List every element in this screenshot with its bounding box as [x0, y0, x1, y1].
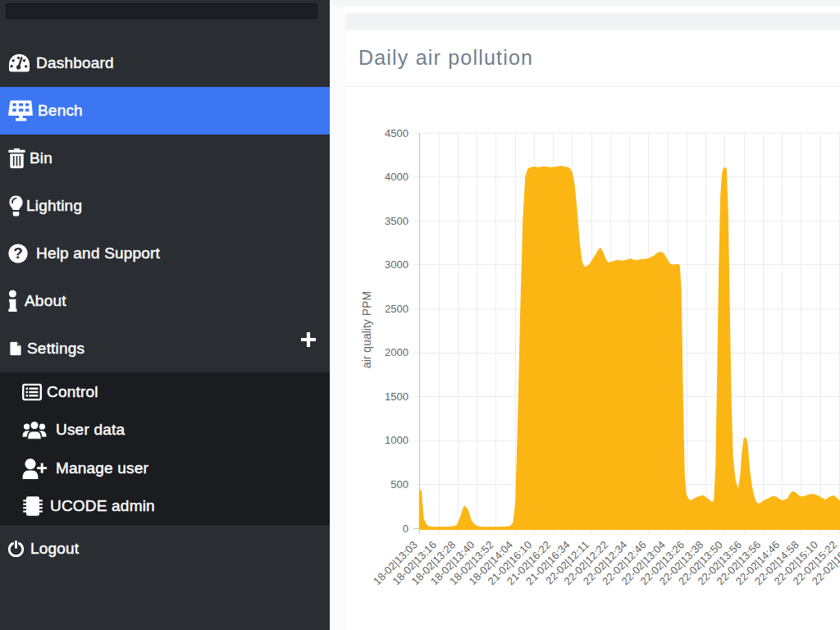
svg-text:?: ? [13, 244, 23, 262]
